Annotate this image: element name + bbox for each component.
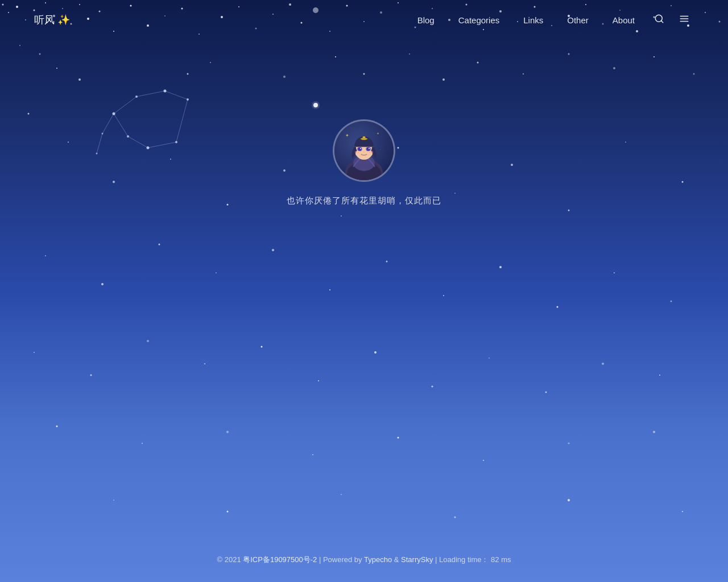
svg-point-123 [454, 517, 456, 518]
svg-point-96 [499, 266, 502, 268]
svg-point-59 [39, 53, 41, 55]
footer: © 2021 粤ICP备19097500号-2 | Powered by Typ… [0, 555, 728, 565]
svg-point-73 [653, 56, 655, 57]
svg-point-112 [56, 426, 58, 427]
main-content: ✦ ✦ · 也许你厌倦了所有花里胡哨，仅此而已 [0, 119, 728, 206]
svg-point-101 [90, 375, 92, 376]
nav-blog[interactable]: Blog [408, 11, 444, 30]
svg-point-64 [283, 76, 286, 78]
svg-point-120 [113, 500, 114, 501]
svg-point-72 [613, 67, 615, 69]
svg-point-110 [602, 363, 604, 365]
svg-point-91 [216, 272, 217, 273]
svg-point-65 [335, 56, 336, 57]
svg-point-60 [56, 68, 57, 69]
bright-star [313, 103, 318, 107]
svg-point-103 [204, 363, 205, 364]
svg-point-121 [227, 511, 229, 513]
svg-point-62 [187, 73, 189, 75]
svg-point-68 [442, 78, 445, 81]
footer-powered-text: | Powered by [319, 555, 362, 564]
nav-links: Blog Categories Links Other About [408, 9, 694, 31]
svg-point-63 [210, 62, 211, 63]
site-logo[interactable]: 听风 ✨ [34, 13, 70, 27]
svg-point-105 [318, 380, 319, 381]
svg-point-139 [358, 147, 362, 151]
svg-point-114 [226, 431, 229, 433]
svg-line-1 [136, 91, 165, 97]
svg-point-113 [142, 443, 143, 444]
svg-point-142 [369, 148, 370, 149]
svg-point-141 [360, 148, 361, 149]
svg-point-117 [483, 460, 484, 461]
nav-categories[interactable]: Categories [449, 11, 509, 30]
svg-point-88 [45, 255, 46, 256]
svg-point-69 [477, 62, 479, 64]
avatar-container: ✦ ✦ · [333, 119, 395, 182]
svg-line-0 [114, 97, 136, 114]
navbar: 听风 ✨ Blog Categories Links Other About [0, 0, 728, 40]
svg-point-104 [261, 346, 263, 348]
nav-links-item[interactable]: Links [514, 11, 552, 30]
search-button[interactable] [650, 9, 669, 31]
svg-point-90 [159, 244, 160, 246]
svg-point-67 [409, 53, 410, 55]
svg-point-94 [386, 261, 388, 263]
nav-other[interactable]: Other [558, 11, 598, 30]
svg-point-102 [147, 340, 149, 342]
footer-starrysky-link[interactable]: StarrySky [401, 555, 433, 564]
avatar: ✦ ✦ · [334, 121, 394, 180]
stars-dynamic [0, 0, 728, 582]
svg-text:✦: ✦ [345, 133, 349, 138]
svg-point-143 [355, 151, 360, 154]
svg-point-89 [101, 283, 104, 285]
svg-point-107 [432, 386, 433, 388]
footer-and: & [394, 555, 399, 564]
svg-point-95 [443, 295, 444, 296]
search-icon [654, 14, 664, 24]
constellation-star [164, 90, 167, 93]
svg-point-92 [272, 249, 274, 251]
svg-point-93 [329, 289, 330, 290]
svg-point-71 [568, 53, 570, 55]
footer-copyright: © 2021 [217, 555, 241, 564]
constellation-star [135, 95, 138, 98]
site-subtitle: 也许你厌倦了所有花里胡哨，仅此而已 [287, 196, 441, 206]
svg-text:·: · [380, 148, 380, 151]
nav-about[interactable]: About [603, 11, 644, 30]
svg-point-98 [614, 272, 615, 273]
menu-button[interactable] [675, 9, 694, 31]
svg-point-116 [398, 437, 399, 439]
svg-point-58 [19, 45, 20, 46]
footer-loading-text: | Loading time： [435, 555, 489, 564]
constellation-star [113, 113, 115, 115]
svg-point-119 [653, 431, 655, 433]
svg-point-75 [28, 113, 30, 115]
svg-point-61 [78, 78, 81, 81]
footer-typecho-link[interactable]: Typecho [364, 555, 392, 564]
svg-point-99 [671, 301, 672, 302]
svg-point-108 [489, 357, 490, 359]
stars-background [0, 0, 728, 582]
svg-point-85 [568, 210, 570, 211]
footer-load-time: 82 ms [491, 555, 511, 564]
footer-icp-link[interactable]: 粤ICP备19097500号-2 [243, 555, 317, 564]
svg-point-66 [363, 73, 365, 75]
menu-icon [679, 14, 689, 24]
svg-point-97 [557, 306, 559, 308]
constellation-star [187, 98, 189, 101]
svg-point-144 [368, 151, 373, 154]
svg-point-118 [568, 443, 570, 444]
svg-point-111 [659, 375, 660, 376]
svg-point-100 [34, 352, 35, 353]
svg-text:✦: ✦ [377, 132, 379, 135]
svg-point-125 [682, 511, 683, 512]
svg-point-109 [545, 392, 547, 393]
svg-line-127 [661, 20, 663, 22]
svg-point-140 [367, 147, 370, 151]
bright-star-glow [312, 101, 320, 109]
svg-point-115 [312, 454, 313, 455]
svg-point-124 [568, 499, 570, 501]
svg-point-70 [523, 73, 524, 74]
svg-point-106 [374, 351, 377, 354]
